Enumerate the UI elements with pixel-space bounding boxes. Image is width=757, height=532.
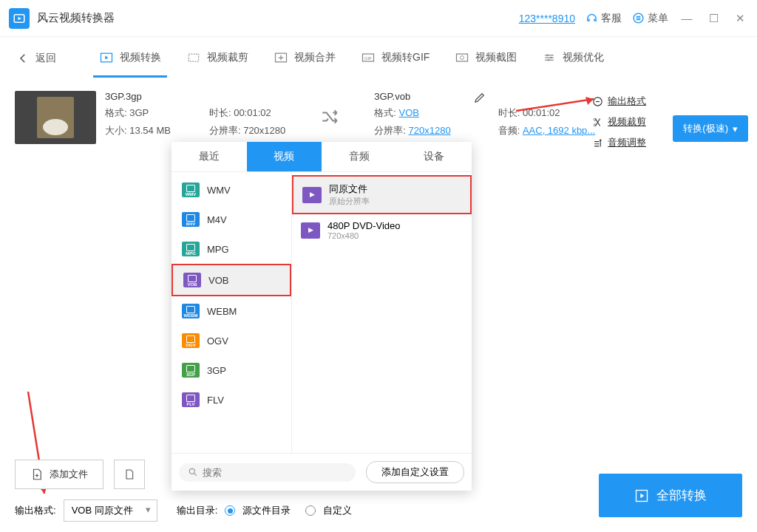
play-icon [634, 488, 649, 503]
add-file-button[interactable]: 添加文件 [15, 460, 103, 489]
svg-point-9 [547, 54, 549, 56]
format-ogv[interactable]: OGVOGV [172, 326, 291, 355]
format-vob[interactable]: VOBVOB [172, 264, 291, 296]
maximize-button[interactable]: ☐ [705, 12, 722, 25]
gif-icon: GIF [361, 50, 376, 65]
svg-rect-7 [457, 54, 468, 61]
output-format-select[interactable]: VOB 同原文件 [64, 499, 157, 522]
back-button[interactable]: 返回 [7, 46, 65, 71]
edit-icon[interactable] [473, 91, 486, 104]
format-3gp[interactable]: 3GP3GP [172, 355, 291, 385]
format-wmv[interactable]: WMVWMV [172, 175, 291, 205]
tab-video-convert[interactable]: 视频转换 [93, 40, 167, 78]
output-resolution-link[interactable]: 720x1280 [409, 125, 451, 136]
svg-point-10 [551, 56, 553, 58]
app-title: 风云视频转换器 [37, 11, 519, 25]
output-audio-link[interactable]: AAC, 1692 kbp... [523, 125, 595, 136]
file-plus-icon [30, 467, 44, 482]
svg-point-15 [600, 139, 602, 141]
popup-tab-video[interactable]: 视频 [247, 142, 322, 171]
tab-video-screenshot[interactable]: 视频截图 [449, 40, 523, 78]
popup-tab-recent[interactable]: 最近 [172, 142, 247, 171]
popup-tab-device[interactable]: 设备 [397, 142, 472, 171]
video-file-icon [302, 187, 322, 203]
tab-video-optimize[interactable]: 视频优化 [536, 40, 610, 78]
output-dir-label: 输出目录: [177, 504, 218, 517]
format-list[interactable]: WMVWMV M4VM4V MPGMPG VOBVOB WEBMWEBM OGV… [172, 172, 292, 453]
svg-text:GIF: GIF [364, 56, 372, 61]
convert-icon [99, 50, 114, 65]
video-file-icon [301, 222, 320, 239]
minimize-button[interactable]: — [679, 12, 695, 24]
format-popup: 最近 视频 音频 设备 WMVWMV M4VM4V MPGMPG VOBVOB … [172, 142, 472, 491]
shuffle-icon[interactable] [320, 107, 339, 126]
menu-icon [632, 12, 645, 24]
radio-source-dir[interactable] [225, 505, 235, 516]
crop-icon [186, 50, 201, 65]
optimize-icon [542, 50, 557, 65]
format-webm[interactable]: WEBMWEBM [172, 296, 291, 326]
screenshot-icon [455, 50, 469, 65]
audio-adjust-option[interactable]: 音频调整 [592, 136, 646, 149]
output-format-option[interactable]: 输出格式 [592, 95, 646, 108]
resolution-original[interactable]: 同原文件原始分辨率 [292, 175, 472, 214]
resolution-list: 同原文件原始分辨率 480P DVD-Video720x480 [292, 172, 472, 453]
video-thumbnail[interactable] [15, 91, 96, 144]
merge-icon [274, 50, 288, 65]
arrow-left-icon [16, 52, 30, 65]
output-format-link[interactable]: VOB [399, 107, 419, 118]
format-flv[interactable]: FLVFLV [172, 385, 291, 415]
format-mpg[interactable]: MPGMPG [172, 234, 291, 264]
format-m4v[interactable]: M4VM4V [172, 205, 291, 234]
tab-video-crop[interactable]: 视频裁剪 [180, 40, 254, 78]
output-filename: 3GP.vob [374, 91, 450, 102]
convert-speed-button[interactable]: 转换(极速) ▾ [673, 115, 748, 142]
support-button[interactable]: 客服 [585, 12, 622, 25]
app-icon [9, 8, 30, 29]
video-crop-option[interactable]: 视频裁剪 [592, 115, 646, 129]
file-icon [123, 467, 135, 482]
popup-tab-audio[interactable]: 音频 [322, 142, 397, 171]
svg-rect-3 [189, 54, 198, 61]
svg-point-11 [548, 59, 550, 61]
resolution-480p[interactable]: 480P DVD-Video720x480 [292, 214, 472, 246]
close-button[interactable]: ✕ [732, 12, 748, 25]
account-phone[interactable]: 123****8910 [519, 13, 575, 24]
tab-video-gif[interactable]: GIF 视频转GIF [355, 40, 435, 78]
menu-button[interactable]: 菜单 [632, 12, 668, 25]
radio-custom-dir[interactable] [305, 505, 316, 516]
source-filename: 3GP.3gp [105, 91, 171, 102]
convert-all-button[interactable]: 全部转换 [599, 474, 742, 517]
headset-icon [585, 12, 598, 24]
output-format-label: 输出格式: [15, 504, 56, 517]
chevron-down-icon: ▾ [733, 123, 738, 134]
svg-point-8 [461, 55, 464, 59]
tab-video-merge[interactable]: 视频合并 [268, 40, 342, 78]
add-folder-button[interactable] [114, 460, 145, 489]
